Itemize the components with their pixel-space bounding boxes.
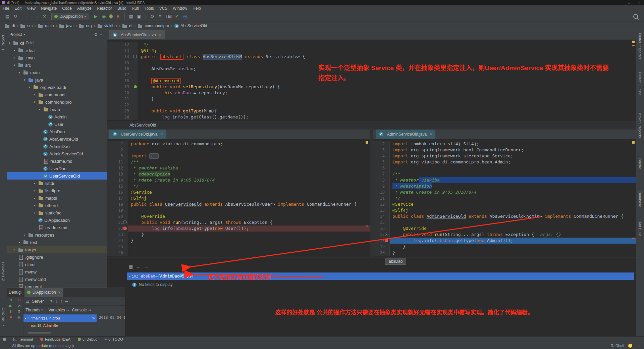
- line-number[interactable]: 14: [107, 177, 128, 183]
- expand-arrow-icon[interactable]: ▾: [9, 41, 13, 45]
- line-number[interactable]: 9: [373, 183, 389, 189]
- tree-item-java[interactable]: ▾java: [7, 76, 107, 84]
- menu-view[interactable]: View: [24, 5, 38, 11]
- expand-arrow-icon[interactable]: ▾: [129, 275, 130, 278]
- menu-tools[interactable]: Tools: [142, 5, 157, 11]
- editor-userserviceold[interactable]: 1package org.viakiba.di.commondipro;23im…: [107, 139, 370, 257]
- tree-item-pomxml[interactable]: pom.xml: [7, 283, 107, 288]
- tree-item-userdao[interactable]: CUserDao: [7, 165, 107, 172]
- breakpoint-icon[interactable]: [123, 227, 127, 230]
- ring-icon[interactable]: ◎: [182, 14, 188, 19]
- expand-arrow-icon[interactable]: ▸: [34, 93, 38, 96]
- run-to-cursor-icon[interactable]: ⇥: [65, 299, 68, 304]
- line-number[interactable]: 15: [107, 60, 138, 66]
- tree-item-readmemd[interactable]: readme.md: [7, 224, 107, 231]
- close-icon[interactable]: ✕: [159, 33, 161, 37]
- expand-arrow-icon[interactable]: ▾: [24, 78, 28, 82]
- maximize-button[interactable]: □: [624, 0, 634, 5]
- line-number[interactable]: 16: [107, 66, 138, 72]
- breadcrumb-item-commondipro[interactable]: commondipro: [138, 23, 169, 28]
- line-number[interactable]: 18: [107, 201, 128, 207]
- settings-wrench-icon[interactable]: ⚙: [149, 14, 155, 19]
- line-number[interactable]: 10: [373, 189, 389, 195]
- back-icon[interactable]: ←: [136, 264, 141, 269]
- line-number[interactable]: 17: [107, 195, 128, 201]
- filter-icon[interactable]: ≡: [157, 14, 163, 19]
- line-number[interactable]: 2: [373, 141, 389, 147]
- line-number[interactable]: 20: [107, 213, 128, 219]
- tool-window-button-6-todo[interactable]: ≡6: TODO: [105, 337, 123, 341]
- tab-adminserviceold[interactable]: C AdminServiceOld.java ✕: [376, 130, 435, 139]
- tree-item-main[interactable]: ▾main: [7, 69, 107, 76]
- tree-item-otherdi[interactable]: ▸otherdi: [7, 202, 107, 209]
- step-over-icon[interactable]: ↷: [50, 299, 53, 304]
- line-number[interactable]: 24: [107, 238, 128, 244]
- breadcrumb-item-main[interactable]: main: [38, 23, 54, 28]
- build-icon[interactable]: ⚒: [42, 14, 48, 19]
- menu-analyze[interactable]: Analyze: [74, 5, 94, 11]
- edit-icon[interactable]: ✎: [92, 316, 95, 320]
- tree-item-mvnwcmd[interactable]: mvnw.cmd: [7, 276, 107, 283]
- breakpoint-icon[interactable]: [385, 239, 388, 242]
- expand-arrow-icon[interactable]: ▸: [34, 211, 38, 214]
- variables-tab[interactable]: Variables⇥: [49, 308, 69, 312]
- search-icon[interactable]: [633, 14, 638, 19]
- line-number[interactable]: 23: [107, 232, 128, 238]
- line-number[interactable]: 12: [107, 165, 128, 171]
- pause-icon[interactable]: ‖: [10, 309, 12, 313]
- tree-item-resources[interactable]: ▸resources: [7, 231, 107, 239]
- breadcrumb-item-src[interactable]: src: [20, 23, 33, 28]
- expand-arrow-icon[interactable]: ▸: [34, 196, 38, 200]
- expand-arrow-icon[interactable]: ▸: [24, 233, 28, 237]
- breadcrumb-item-org[interactable]: org: [79, 23, 92, 28]
- expand-arrow-icon[interactable]: ▸: [14, 248, 18, 251]
- server-tab[interactable]: Server: [32, 299, 44, 304]
- expand-arrow-icon[interactable]: ▾: [39, 108, 43, 111]
- tree-item-commondipro[interactable]: ▾commondipro: [7, 98, 107, 106]
- breadcrumb-item-viakiba[interactable]: viakiba: [97, 23, 117, 28]
- tool-window-button-terminal[interactable]: >_Terminal: [13, 337, 33, 341]
- tree-item-test[interactable]: ▸test: [7, 239, 107, 246]
- tool-stripe-project[interactable]: 1: Project: [1, 35, 5, 50]
- line-number[interactable]: 13: [373, 207, 389, 213]
- mute-breakpoints-icon[interactable]: ⊘: [17, 304, 20, 308]
- tool-stripe-ant-build[interactable]: Ant Build: [638, 221, 642, 236]
- line-number[interactable]: 20: [373, 250, 389, 256]
- tool-stripe-flutter-outline[interactable]: Flutter Outline: [638, 72, 642, 95]
- tree-item-gitignore[interactable]: .gitignore: [7, 253, 107, 261]
- step-out-icon[interactable]: ↑: [60, 299, 62, 304]
- line-number[interactable]: 19: [107, 207, 128, 213]
- tree-item-readmemd[interactable]: readme.md: [7, 157, 107, 165]
- line-number[interactable]: 20: [107, 90, 138, 96]
- screenshot-icon[interactable]: ▣: [136, 14, 142, 19]
- background-tasks-icon[interactable]: …: [636, 344, 640, 348]
- tree-item-orgviakibadi[interactable]: ▾org.viakiba.di: [7, 84, 107, 91]
- close-icon[interactable]: ✕: [160, 132, 163, 136]
- tool-window-button-findbugs-idea[interactable]: FindBugs-IDEA: [40, 337, 70, 341]
- line-number[interactable]: 14: [373, 213, 389, 219]
- threads-selector[interactable]: Threads▾: [25, 308, 43, 312]
- tab-userserviceold[interactable]: C UserServiceOld.java ✕: [109, 130, 166, 139]
- tree-item-listdi[interactable]: ▸listdi: [7, 180, 107, 187]
- line-number[interactable]: 16: [373, 226, 389, 232]
- run-icon[interactable]: ▶: [93, 14, 99, 19]
- tail-button[interactable]: Tail: [166, 14, 172, 19]
- forward-icon[interactable]: →: [34, 14, 40, 19]
- expand-arrow-icon[interactable]: ▾: [29, 86, 33, 89]
- tree-item-user[interactable]: CUser: [7, 120, 107, 128]
- console-tab[interactable]: Console⇥: [72, 308, 91, 312]
- expand-arrow-icon[interactable]: ▾: [34, 100, 38, 104]
- line-number[interactable]: 3: [373, 147, 389, 153]
- line-number[interactable]: 2: [107, 147, 128, 153]
- breadcrumb-item-di[interactable]: di: [122, 23, 132, 28]
- tree-item-absdao[interactable]: CAbsDao: [7, 128, 107, 135]
- line-number[interactable]: 3: [107, 153, 128, 159]
- line-number[interactable]: 5: [373, 159, 389, 165]
- forward-icon[interactable]: →: [144, 264, 148, 269]
- tool-window-button-5-debug[interactable]: 5: Debug: [78, 337, 98, 341]
- tool-stripe-maven-projects[interactable]: Maven Projects: [638, 112, 642, 138]
- tree-item-adminserviceold[interactable]: CAdminServiceOld: [7, 150, 107, 157]
- line-number[interactable]: 12: [373, 201, 389, 207]
- line-number[interactable]: 13: [107, 48, 138, 54]
- line-number[interactable]: 1: [107, 141, 128, 147]
